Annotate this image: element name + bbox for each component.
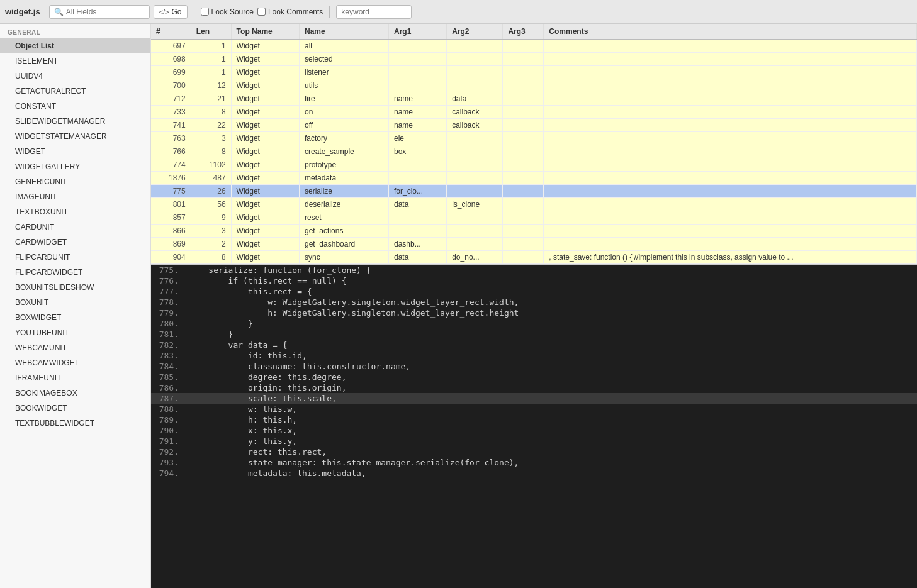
col-header-arg3: Arg3 bbox=[503, 24, 544, 40]
table-cell-name: sync bbox=[300, 251, 389, 264]
all-fields-input[interactable] bbox=[66, 8, 142, 16]
table-row[interactable]: 7668Widgetcreate_samplebox bbox=[151, 145, 917, 158]
divider-2 bbox=[329, 6, 330, 18]
table-row[interactable]: 8692Widgetget_dashboarddashb... bbox=[151, 238, 917, 251]
table-body: 6971Widgetall6981Widgetselected6991Widge… bbox=[151, 40, 917, 264]
line-content: } bbox=[189, 330, 233, 339]
table-cell-#: 733 bbox=[151, 106, 191, 119]
sidebar-item-constant[interactable]: CONSTANT bbox=[0, 99, 150, 114]
table-cell-comments bbox=[544, 145, 917, 158]
keyword-input[interactable] bbox=[336, 5, 412, 19]
table-row[interactable]: 7741102Widgetprototype bbox=[151, 158, 917, 172]
sidebar-item-widget[interactable]: WIDGET bbox=[0, 144, 150, 159]
table-cell-arg1 bbox=[389, 40, 447, 53]
sidebar-item-object-list[interactable]: Object List bbox=[0, 38, 150, 53]
table-cell-arg1: data bbox=[389, 198, 447, 211]
table-row[interactable]: 71221Widgetfirenamedata bbox=[151, 92, 917, 106]
table-cell-top-name: Widget bbox=[231, 238, 299, 251]
table-row[interactable]: 70012Widgetutils bbox=[151, 79, 917, 92]
table-cell-arg1: ele bbox=[389, 132, 447, 145]
table-cell-arg2: do_no... bbox=[447, 251, 503, 264]
code-line: 788. w: this.w, bbox=[151, 404, 917, 414]
table-cell-comments bbox=[544, 238, 917, 251]
table-cell-#: 775 bbox=[151, 185, 191, 198]
table-area: #LenTop NameNameArg1Arg2Arg3Comments 697… bbox=[151, 24, 917, 265]
sidebar-item-cardwidget[interactable]: CARDWIDGET bbox=[0, 235, 150, 250]
sidebar-item-widgetstatemanager[interactable]: WIDGETSTATEMANAGER bbox=[0, 129, 150, 144]
sidebar-item-slidewidgetmanager[interactable]: SLIDEWIDGETMANAGER bbox=[0, 114, 150, 129]
table-row[interactable]: 8663Widgetget_actions bbox=[151, 225, 917, 238]
table-row[interactable]: 80156Widgetdeserializedatais_clone bbox=[151, 198, 917, 211]
table-row[interactable]: 8579Widgetreset bbox=[151, 211, 917, 225]
sidebar-item-bookwidget[interactable]: BOOKWIDGET bbox=[0, 401, 150, 416]
table-cell-comments bbox=[544, 185, 917, 198]
sidebar-item-boxunit[interactable]: BOXUNIT bbox=[0, 295, 150, 310]
go-button[interactable]: </> Go bbox=[154, 5, 188, 19]
code-line: 782. var data = { bbox=[151, 340, 917, 350]
table-cell-top-name: Widget bbox=[231, 92, 299, 106]
table-cell-arg3 bbox=[503, 106, 544, 119]
table-cell-len: 26 bbox=[191, 185, 231, 198]
line-number: 790. bbox=[151, 426, 189, 435]
sidebar-item-widgetgallery[interactable]: WIDGETGALLERY bbox=[0, 159, 150, 174]
table-row[interactable]: 7338Widgetonnamecallback bbox=[151, 106, 917, 119]
sidebar-item-flipcardunit[interactable]: FLIPCARDUNIT bbox=[0, 250, 150, 265]
code-lines-container: 775. serialize: function (for_clone) {77… bbox=[151, 265, 917, 479]
table-cell-#: 741 bbox=[151, 119, 191, 132]
table-row[interactable]: 6981Widgetselected bbox=[151, 53, 917, 66]
table-row[interactable]: 6991Widgetlistener bbox=[151, 66, 917, 79]
line-number: 781. bbox=[151, 330, 189, 339]
sidebar-item-webcamwidget[interactable]: WEBCAMWIDGET bbox=[0, 355, 150, 370]
look-comments-checkbox[interactable] bbox=[257, 8, 266, 16]
sidebar-item-uuidv4[interactable]: UUIDV4 bbox=[0, 69, 150, 84]
sidebar-item-iframeunit[interactable]: IFRAMEUNIT bbox=[0, 370, 150, 386]
all-fields-input-wrapper[interactable]: 🔍 bbox=[49, 5, 150, 19]
sidebar-item-iselement[interactable]: ISELEMENT bbox=[0, 53, 150, 69]
table-cell-#: 904 bbox=[151, 251, 191, 264]
table-row[interactable]: 74122Widgetoffnamecallback bbox=[151, 119, 917, 132]
table-row[interactable]: 1876487Widgetmetadata bbox=[151, 172, 917, 185]
table-cell-comments bbox=[544, 92, 917, 106]
sidebar-section-general: GENERAL bbox=[0, 24, 150, 38]
table-cell-len: 12 bbox=[191, 79, 231, 92]
line-content: h: WidgetGallery.singleton.widget_layer_… bbox=[189, 308, 519, 318]
table-cell-name: listener bbox=[300, 66, 389, 79]
sidebar-item-bookimagebox[interactable]: BOOKIMAGEBOX bbox=[0, 386, 150, 401]
sidebar-item-cardunit[interactable]: CARDUNIT bbox=[0, 219, 150, 235]
table-row[interactable]: 77526Widgetserializefor_clo... bbox=[151, 185, 917, 198]
table-row[interactable]: 7633Widgetfactoryele bbox=[151, 132, 917, 145]
sidebar-item-flipcardwidget[interactable]: FLIPCARDWIDGET bbox=[0, 265, 150, 280]
sidebar-item-boxwidget[interactable]: BOXWIDGET bbox=[0, 310, 150, 325]
line-content: var data = { bbox=[189, 340, 288, 350]
line-number: 789. bbox=[151, 415, 189, 424]
table-header: #LenTop NameNameArg1Arg2Arg3Comments bbox=[151, 24, 917, 40]
sidebar-item-webcamunit[interactable]: WEBCAMUNIT bbox=[0, 340, 150, 355]
table-cell-name: metadata bbox=[300, 172, 389, 185]
code-icon: </> bbox=[159, 8, 169, 16]
sidebar-item-boxunitslideshow[interactable]: BOXUNITSLIDESHOW bbox=[0, 280, 150, 295]
table-cell-name: all bbox=[300, 40, 389, 53]
go-label: Go bbox=[172, 8, 182, 16]
table-cell-arg3 bbox=[503, 119, 544, 132]
table-cell-comments bbox=[544, 132, 917, 145]
sidebar-item-textboxunit[interactable]: TEXTBOXUNIT bbox=[0, 204, 150, 219]
sidebar-item-genericunit[interactable]: GENERICUNIT bbox=[0, 174, 150, 189]
sidebar-item-imageunit[interactable]: IMAGEUNIT bbox=[0, 189, 150, 204]
line-content: classname: this.constructor.name, bbox=[189, 362, 410, 371]
table-cell-arg1 bbox=[389, 225, 447, 238]
table-row[interactable]: 9048Widgetsyncdatado_no..., state_save: … bbox=[151, 251, 917, 264]
sidebar-item-getacturalrect[interactable]: GETACTURALRECT bbox=[0, 84, 150, 99]
line-number: 783. bbox=[151, 351, 189, 360]
sidebar-item-textbubblewidget[interactable]: TEXTBUBBLEWIDGET bbox=[0, 416, 150, 431]
code-line: 785. degree: this.degree, bbox=[151, 372, 917, 382]
table-cell-arg1: dashb... bbox=[389, 238, 447, 251]
col-header-comments: Comments bbox=[544, 24, 917, 40]
sidebar-item-youtubeunit[interactable]: YOUTUBEUNIT bbox=[0, 325, 150, 340]
table-cell-top-name: Widget bbox=[231, 132, 299, 145]
look-source-label[interactable]: Look Source bbox=[201, 8, 254, 16]
code-line: 790. x: this.x, bbox=[151, 425, 917, 436]
look-comments-label[interactable]: Look Comments bbox=[257, 8, 323, 16]
table-row[interactable]: 6971Widgetall bbox=[151, 40, 917, 53]
look-source-checkbox[interactable] bbox=[201, 8, 209, 16]
file-title: widget.js bbox=[5, 7, 40, 16]
